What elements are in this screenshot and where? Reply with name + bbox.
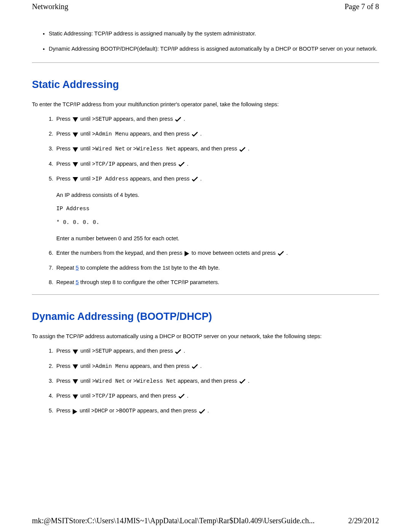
menu-tcpip: >TCP/IP [92,393,115,399]
svg-marker-2 [73,147,78,152]
step5-extra-line1: An IP address consists of 4 bytes. [56,192,379,198]
step5-extra-line2: Enter a number between 0 and 255 for eac… [56,235,379,241]
or-label: or [127,378,132,384]
until-label: until [80,161,91,167]
step6-mid: to move between octets and press [191,250,276,256]
static-step-2: Press until >Admin Menu appears, and the… [55,131,379,137]
until-label: until [80,176,91,182]
step8-post: through step 8 to configure the other TC… [79,279,219,285]
until-label: until [80,145,91,152]
static-step-6: Enter the numbers from the keypad, and t… [55,250,379,256]
until-label: until [80,131,91,137]
period: . [200,176,202,182]
press-label: Press [56,363,70,369]
menu-wired: >Wired Net [92,378,125,384]
svg-marker-1 [73,133,78,137]
static-step-8: Repeat 5 through step 8 to configure the… [55,279,379,285]
or-label: or [109,407,114,414]
menu-wireless: >Wireless Net [133,146,176,152]
press-label: Press [56,176,70,182]
press-label: Press [56,145,70,152]
press-label: Press [56,378,70,384]
svg-marker-4 [73,177,78,182]
check-icon [175,348,181,355]
menu-ip-address: >IP Address [92,176,129,182]
until-label: until [80,116,91,122]
until-label: until [80,378,91,384]
dynamic-lead: To assign the TCP/IP address automatical… [32,333,379,339]
menu-wireless: >Wireless Net [133,378,176,384]
svg-marker-3 [73,162,78,167]
check-icon [239,146,245,152]
period: . [187,161,188,167]
svg-marker-0 [73,117,78,122]
dynamic-step-4: Press until >TCP/IP appears, and then pr… [55,393,379,399]
check-icon [192,176,198,182]
footer-path: mk:@MSITStore:C:\Users\14JMIS~1\AppData\… [32,516,315,525]
dynamic-step-2: Press until >Admin Menu appears, and the… [55,363,379,369]
down-arrow-icon [73,161,78,167]
press-label: Press [56,131,70,137]
step7-pre: Repeat [56,265,76,271]
down-arrow-icon [73,363,78,369]
check-icon [192,131,198,137]
right-arrow-icon [73,408,77,414]
dynamic-steps: Press until >SETUP appears, and then pre… [32,348,379,414]
period: . [248,378,249,384]
step5-code-1: IP Address [56,206,379,212]
appears-label: appears, and then press [113,348,173,354]
period: . [200,363,202,369]
check-icon [199,408,205,414]
footer-date: 2/29/2012 [348,516,379,525]
page-indicator: Page 7 of 8 [344,2,379,11]
step8-link[interactable]: 5 [76,279,79,285]
until-label: until [80,348,91,354]
static-steps: Press until >SETUP appears, and then pre… [32,116,379,286]
press-label: Press [56,116,70,122]
dynamic-step-5: Press until >DHCP or >BOOTP appears, and… [55,407,379,414]
svg-marker-8 [73,379,78,384]
check-icon [175,116,181,122]
appears-label: appears, and then press [130,176,190,182]
dynamic-step-3: Press until >Wired Net or >Wireless Net … [55,378,379,384]
menu-admin: >Admin Menu [92,363,129,369]
down-arrow-icon [73,116,78,122]
menu-wired: >Wired Net [92,146,125,152]
svg-marker-7 [73,364,78,369]
menu-admin: >Admin Menu [92,131,129,137]
appears-label: appears, and then press [130,131,190,137]
down-arrow-icon [73,348,78,355]
appears-label: appears, and then press [113,116,173,122]
divider [32,294,379,295]
check-icon [178,161,185,167]
page-header-title: Networking [32,2,68,11]
svg-marker-6 [73,350,78,354]
check-icon [178,393,185,399]
static-lead: To enter the TCP/IP address from your mu… [32,101,379,107]
svg-marker-5 [185,251,189,256]
period: . [183,348,185,354]
dynamic-step-1: Press until >SETUP appears, and then pre… [55,348,379,354]
period: . [183,116,185,122]
appears-label: appears, and then press [130,363,190,369]
divider [32,62,379,63]
static-step-3: Press until >Wired Net or >Wireless Net … [55,145,379,152]
until-label: until [80,363,91,369]
menu-tcpip: >TCP/IP [92,161,115,167]
static-step-5: Press until >IP Address appears, and the… [55,176,379,241]
down-arrow-icon [73,176,78,182]
until-label: until [80,407,90,414]
step7-link[interactable]: 5 [76,265,79,271]
check-icon [239,378,245,384]
menu-dhcp: >DHCP [91,408,108,414]
press-label: Press [56,161,70,167]
static-heading: Static Addressing [32,79,379,91]
down-arrow-icon [73,131,78,137]
static-step-4: Press until >TCP/IP appears, and then pr… [55,161,379,167]
down-arrow-icon [73,393,78,399]
svg-marker-9 [73,395,78,399]
menu-bootp: >BOOTP [116,408,135,414]
static-step-7: Repeat 5 to complete the address from th… [55,265,379,271]
step7-post: to complete the address from the 1st byt… [79,265,220,271]
or-label: or [127,145,132,152]
